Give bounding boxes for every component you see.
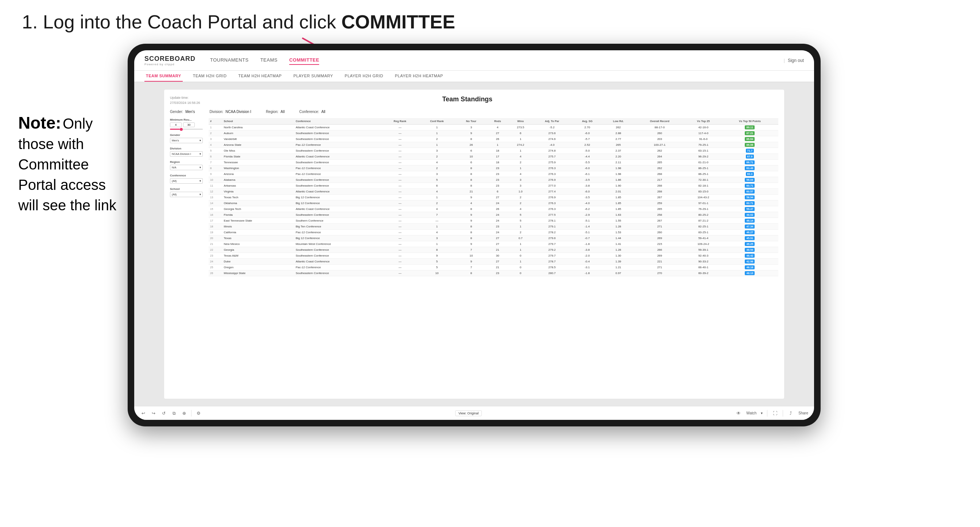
copy-icon[interactable]: ⧉ — [171, 410, 177, 417]
cell-vs-top-25: 90-33-2 — [685, 259, 721, 265]
cell-avg-sg: -5.1 — [572, 230, 603, 235]
cell-school: Arkansas — [223, 183, 294, 189]
filter-group-gender: Gender Men's ▾ — [170, 133, 203, 143]
cell-vs-top-50-pts: 42.98 — [721, 259, 778, 265]
cell-reg-rank: — — [382, 154, 418, 160]
division-filter-select[interactable]: NCAA Division I ▾ — [170, 151, 203, 157]
cell-overall-record: 269 — [634, 253, 685, 259]
cell-school: Washington — [223, 165, 294, 171]
cell-overall-record: 260 — [634, 130, 685, 136]
sub-nav-player-h2h-heatmap[interactable]: PLAYER H2H HEATMAP — [393, 71, 445, 82]
nav-tournaments[interactable]: TOURNAMENTS — [210, 56, 249, 65]
sub-nav-player-h2h-grid[interactable]: PLAYER H2H GRID — [343, 71, 385, 82]
cell-wins: 4 — [509, 206, 532, 212]
cell-conf-rank: 1 — [418, 125, 456, 130]
cell-adj-to-par: 280.7 — [532, 270, 571, 276]
cell-low-rd: 1.39 — [603, 259, 634, 265]
cell-vs-top-25: 86-25-1 — [685, 171, 721, 177]
table-area: # School Conference Reg Rank Conf Rank N… — [208, 118, 778, 276]
cell-conf-rank: 7 — [418, 212, 456, 218]
cell-rank: 9 — [208, 171, 223, 177]
undo-icon[interactable]: ↩ — [140, 410, 146, 417]
cell-wins: 1 — [509, 165, 532, 171]
cell-conf-rank: 3 — [418, 148, 456, 154]
cell-adj-to-par: 276.3 — [532, 200, 571, 206]
cell-rnds: 17 — [487, 154, 509, 160]
cell-low-rd: 1.98 — [603, 165, 634, 171]
cell-overall-record: 203 — [634, 136, 685, 142]
sub-nav-team-summary[interactable]: TEAM SUMMARY — [145, 71, 183, 82]
eye-icon[interactable]: 👁 — [735, 410, 742, 417]
settings-icon[interactable]: ⚙ — [195, 410, 202, 417]
school-filter-select[interactable]: (All) ▾ — [170, 192, 203, 197]
cell-vs-top-25: 109-24-2 — [685, 241, 721, 247]
cell-rank: 21 — [208, 241, 223, 247]
gender-filter-select[interactable]: Men's ▾ — [170, 138, 203, 143]
cell-school: Mississippi State — [223, 270, 294, 276]
cell-conf-rank: 4 — [418, 230, 456, 235]
cell-rank: 20 — [208, 235, 223, 241]
cell-wins: 0 — [509, 265, 532, 270]
cell-school: Florida — [223, 212, 294, 218]
tablet-frame: SCOREBOARD Powered by clippd TOURNAMENTS… — [128, 44, 821, 426]
cell-reg-rank: — — [382, 183, 418, 189]
cell-rnds: 6 — [487, 189, 509, 195]
slider-thumb[interactable] — [180, 128, 183, 131]
division-filter-title: Division — [170, 147, 203, 150]
cell-conf-rank: 6 — [418, 183, 456, 189]
th-adj-to-par: Adj. To Par — [532, 118, 571, 125]
cell-vs-top-50-pts: 86.08 — [721, 142, 778, 148]
cell-vs-top-50-pts: 60.3 — [721, 171, 778, 177]
cell-adj-to-par: 279.7 — [532, 253, 571, 259]
cell-reg-rank: — — [382, 212, 418, 218]
nav-committee[interactable]: COMMITTEE — [289, 56, 320, 65]
update-time-label: Update time: — [170, 95, 200, 101]
sub-nav-player-summary[interactable]: PLAYER SUMMARY — [292, 71, 334, 82]
min-rou-input2[interactable] — [183, 122, 195, 127]
cell-conf-rank: 5 — [418, 265, 456, 270]
cell-vs-top-25: 91-6-0 — [685, 136, 721, 142]
cell-reg-rank: — — [382, 189, 418, 195]
table-row: 20 Texas Big 12 Conference — 3 8 27 0.7 … — [208, 235, 778, 241]
cell-avg-sg: 2.70 — [572, 125, 603, 130]
cell-conf-rank: 3 — [418, 171, 456, 177]
sign-out-link[interactable]: Sign out — [788, 58, 804, 63]
step-number: 1. — [22, 11, 38, 32]
share-icon[interactable]: ⤴ — [788, 410, 794, 417]
table-row: 1 North Carolina Atlantic Coast Conferen… — [208, 125, 778, 130]
cell-no-tour: 7 — [456, 265, 486, 270]
conference-filter-value: (All) — [172, 179, 177, 183]
conference-filter-select[interactable]: (All) ▾ — [170, 178, 203, 184]
view-original-btn[interactable]: View: Original — [455, 410, 482, 416]
add-icon[interactable]: ⊕ — [181, 410, 188, 417]
min-rou-input1[interactable] — [170, 122, 181, 127]
refresh-icon[interactable]: ↺ — [161, 410, 167, 417]
cell-avg-sg: -6.0 — [572, 165, 603, 171]
cell-vs-top-25: 87-21-2 — [685, 218, 721, 224]
toolbar-divider-1 — [191, 410, 191, 417]
cell-rnds: 30 — [487, 253, 509, 259]
cell-wins: 4 — [509, 171, 532, 177]
school-filter-value: (All) — [172, 193, 177, 196]
nav-teams[interactable]: TEAMS — [261, 56, 278, 65]
cell-rank: 25 — [208, 265, 223, 270]
cell-adj-to-par: 278.7 — [532, 259, 571, 265]
cell-no-tour: 9 — [456, 241, 486, 247]
cell-no-tour: 9 — [456, 130, 486, 136]
sub-nav-team-h2h-heatmap[interactable]: TEAM H2H HEATMAP — [237, 71, 283, 82]
sub-nav-team-h2h-grid[interactable]: TEAM H2H GRID — [191, 71, 228, 82]
redo-icon[interactable]: ↪ — [150, 410, 157, 417]
cell-conf-rank: 1 — [418, 224, 456, 230]
filter-group-min-rou: Minimum Rou... — [170, 118, 203, 130]
expand-icon[interactable]: ⛶ — [772, 410, 778, 417]
cell-school: Florida State — [223, 154, 294, 160]
region-filter-select[interactable]: N/A ▾ — [170, 165, 203, 170]
cell-low-rd: 1.30 — [603, 253, 634, 259]
cell-wins: 0.7 — [509, 235, 532, 241]
cell-wins: 1 — [509, 148, 532, 154]
cell-rnds: 27 — [487, 259, 509, 265]
slider-track[interactable] — [170, 129, 203, 130]
cell-wins: 1 — [509, 224, 532, 230]
cell-conf-rank: 9 — [418, 253, 456, 259]
cell-no-tour: 8 — [456, 165, 486, 171]
